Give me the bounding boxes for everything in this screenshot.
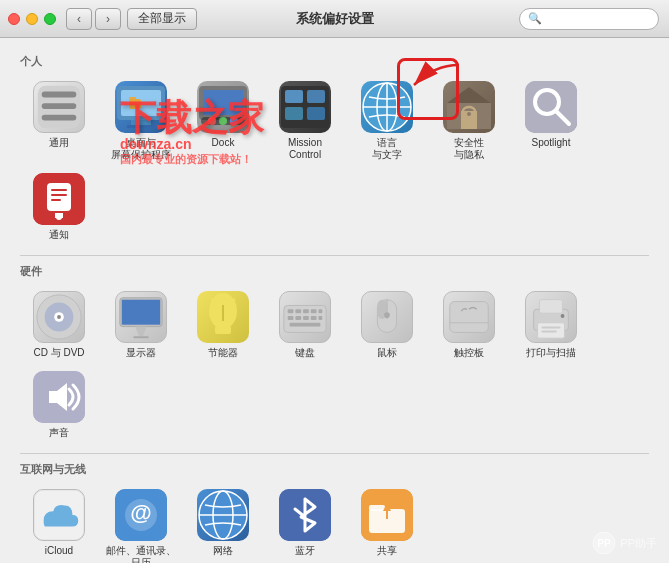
forward-button[interactable]: › (95, 8, 121, 30)
notify-label: 通知 (49, 229, 69, 241)
svg-rect-66 (290, 323, 321, 327)
pref-desktop[interactable]: 桌面与屏幕保护程序 (102, 77, 180, 165)
svg-rect-8 (129, 99, 141, 109)
svg-rect-6 (131, 120, 151, 125)
pref-trackpad[interactable]: 触控板 (430, 287, 508, 363)
pref-mouse[interactable]: 鼠标 (348, 287, 426, 363)
pref-bluetooth[interactable]: 蓝牙 (266, 485, 344, 563)
mouse-label: 鼠标 (377, 347, 397, 359)
trackpad-label: 触控板 (454, 347, 484, 359)
svg-rect-38 (51, 189, 67, 191)
svg-rect-64 (311, 316, 317, 320)
svg-rect-57 (295, 309, 301, 313)
svg-rect-50 (215, 326, 231, 334)
pref-cddvd[interactable]: CD 与 DVD (20, 287, 98, 363)
svg-line-54 (233, 299, 235, 301)
close-button[interactable] (8, 13, 20, 25)
svg-rect-76 (541, 327, 560, 329)
mouse-icon (361, 291, 413, 343)
pref-sound[interactable]: 声音 (20, 367, 98, 443)
mail-icon: @ (115, 489, 167, 541)
security-label: 安全性与隐私 (454, 137, 484, 161)
svg-text:@: @ (130, 500, 151, 525)
svg-rect-40 (51, 199, 61, 201)
pref-mission[interactable]: MissionControl (266, 77, 344, 165)
spotlight-icon (525, 81, 577, 133)
back-button[interactable]: ‹ (66, 8, 92, 30)
pref-dock[interactable]: Dock (184, 77, 262, 165)
language-icon (361, 81, 413, 133)
svg-rect-20 (307, 107, 325, 120)
pref-share[interactable]: 共享 (348, 485, 426, 563)
minimize-button[interactable] (26, 13, 38, 25)
general-icon (33, 81, 85, 133)
svg-marker-27 (447, 87, 491, 103)
show-all-button[interactable]: 全部显示 (127, 8, 197, 30)
window-title: 系统偏好设置 (296, 10, 374, 28)
svg-point-44 (57, 315, 61, 319)
pref-spotlight[interactable]: Spotlight (512, 77, 590, 165)
bluetooth-icon (279, 489, 331, 541)
svg-point-78 (561, 314, 565, 318)
cddvd-label: CD 与 DVD (33, 347, 84, 359)
pref-icloud[interactable]: iCloud (20, 485, 98, 563)
bluetooth-label: 蓝牙 (295, 545, 315, 557)
section-internet: 互联网与无线 (20, 462, 649, 477)
svg-point-13 (208, 117, 216, 125)
svg-line-53 (211, 299, 213, 301)
svg-rect-19 (285, 107, 303, 120)
maximize-button[interactable] (44, 13, 56, 25)
desktop-icon (115, 81, 167, 133)
svg-rect-1 (42, 92, 77, 98)
svg-rect-63 (303, 316, 309, 320)
svg-point-30 (467, 112, 471, 116)
search-icon: 🔍 (528, 12, 542, 25)
display-label: 显示器 (126, 347, 156, 359)
svg-rect-56 (288, 309, 294, 313)
network-icon (197, 489, 249, 541)
share-label: 共享 (377, 545, 397, 557)
svg-rect-2 (42, 103, 77, 109)
svg-rect-46 (122, 300, 160, 325)
svg-rect-35 (47, 183, 71, 211)
energy-label: 节能器 (208, 347, 238, 359)
sound-icon (33, 371, 85, 423)
svg-rect-11 (203, 90, 243, 115)
svg-rect-61 (288, 316, 294, 320)
keyboard-icon (279, 291, 331, 343)
svg-rect-37 (55, 213, 63, 218)
display-icon (115, 291, 167, 343)
pref-energy[interactable]: 节能器 (184, 287, 262, 363)
svg-rect-92 (369, 505, 385, 511)
print-icon (525, 291, 577, 343)
cddvd-icon (33, 291, 85, 343)
svg-rect-48 (133, 336, 148, 338)
pref-mail[interactable]: @ 邮件、通讯录、日历 (102, 485, 180, 563)
language-label: 语言与文字 (372, 137, 402, 161)
pref-security[interactable]: 安全性与隐私 (430, 77, 508, 165)
desktop-label: 桌面与屏幕保护程序 (111, 137, 171, 161)
pref-display[interactable]: 显示器 (102, 287, 180, 363)
svg-rect-74 (539, 300, 562, 313)
search-box[interactable]: 🔍 (519, 8, 659, 30)
pref-notify[interactable]: 通知 (20, 169, 98, 245)
svg-rect-77 (541, 330, 556, 332)
mission-icon (279, 81, 331, 133)
svg-rect-7 (127, 125, 155, 128)
icloud-icon (33, 489, 85, 541)
trackpad-icon (443, 291, 495, 343)
pref-general[interactable]: 通用 (20, 77, 98, 165)
pref-keyboard[interactable]: 键盘 (266, 287, 344, 363)
icloud-label: iCloud (45, 545, 73, 557)
svg-rect-18 (307, 90, 325, 103)
svg-point-15 (230, 117, 238, 125)
pref-print[interactable]: 打印与扫描 (512, 287, 590, 363)
traffic-lights (8, 13, 56, 25)
svg-rect-17 (285, 90, 303, 103)
pref-language[interactable]: 语言与文字 (348, 77, 426, 165)
sound-label: 声音 (49, 427, 69, 439)
section-hardware: 硬件 (20, 264, 649, 279)
svg-rect-60 (318, 309, 322, 313)
mission-label: MissionControl (288, 137, 322, 161)
pref-network[interactable]: 网络 (184, 485, 262, 563)
